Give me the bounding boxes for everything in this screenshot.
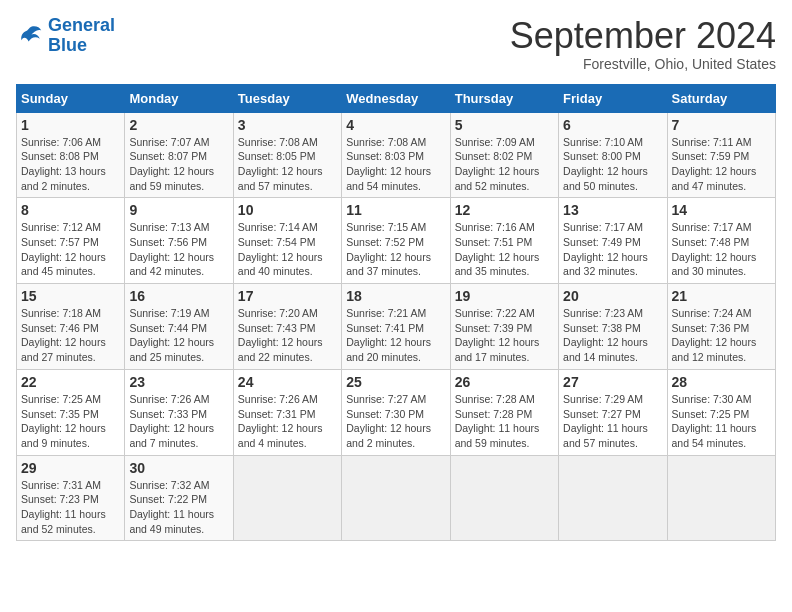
day-info: Sunrise: 7:08 AM Sunset: 8:03 PM Dayligh…: [346, 135, 445, 194]
day-number: 17: [238, 288, 337, 304]
calendar-week-row: 29Sunrise: 7:31 AM Sunset: 7:23 PM Dayli…: [17, 455, 776, 541]
day-info: Sunrise: 7:31 AM Sunset: 7:23 PM Dayligh…: [21, 478, 120, 537]
calendar-cell: 11Sunrise: 7:15 AM Sunset: 7:52 PM Dayli…: [342, 198, 450, 284]
calendar-cell: [667, 455, 775, 541]
day-info: Sunrise: 7:21 AM Sunset: 7:41 PM Dayligh…: [346, 306, 445, 365]
calendar-cell: 1Sunrise: 7:06 AM Sunset: 8:08 PM Daylig…: [17, 112, 125, 198]
calendar-week-row: 1Sunrise: 7:06 AM Sunset: 8:08 PM Daylig…: [17, 112, 776, 198]
calendar-week-row: 8Sunrise: 7:12 AM Sunset: 7:57 PM Daylig…: [17, 198, 776, 284]
day-number: 14: [672, 202, 771, 218]
calendar-cell: 16Sunrise: 7:19 AM Sunset: 7:44 PM Dayli…: [125, 284, 233, 370]
day-number: 12: [455, 202, 554, 218]
logo-line2: Blue: [48, 35, 87, 55]
day-number: 16: [129, 288, 228, 304]
calendar-cell: 8Sunrise: 7:12 AM Sunset: 7:57 PM Daylig…: [17, 198, 125, 284]
calendar-cell: 17Sunrise: 7:20 AM Sunset: 7:43 PM Dayli…: [233, 284, 341, 370]
day-info: Sunrise: 7:26 AM Sunset: 7:33 PM Dayligh…: [129, 392, 228, 451]
calendar-cell: 26Sunrise: 7:28 AM Sunset: 7:28 PM Dayli…: [450, 369, 558, 455]
day-header-tuesday: Tuesday: [233, 84, 341, 112]
day-info: Sunrise: 7:28 AM Sunset: 7:28 PM Dayligh…: [455, 392, 554, 451]
day-number: 2: [129, 117, 228, 133]
day-info: Sunrise: 7:24 AM Sunset: 7:36 PM Dayligh…: [672, 306, 771, 365]
day-info: Sunrise: 7:26 AM Sunset: 7:31 PM Dayligh…: [238, 392, 337, 451]
calendar-cell: 14Sunrise: 7:17 AM Sunset: 7:48 PM Dayli…: [667, 198, 775, 284]
day-info: Sunrise: 7:13 AM Sunset: 7:56 PM Dayligh…: [129, 220, 228, 279]
day-number: 30: [129, 460, 228, 476]
calendar-cell: [342, 455, 450, 541]
title-block: September 2024 Forestville, Ohio, United…: [510, 16, 776, 72]
day-info: Sunrise: 7:12 AM Sunset: 7:57 PM Dayligh…: [21, 220, 120, 279]
day-number: 15: [21, 288, 120, 304]
day-header-saturday: Saturday: [667, 84, 775, 112]
day-info: Sunrise: 7:07 AM Sunset: 8:07 PM Dayligh…: [129, 135, 228, 194]
day-info: Sunrise: 7:20 AM Sunset: 7:43 PM Dayligh…: [238, 306, 337, 365]
calendar-cell: 5Sunrise: 7:09 AM Sunset: 8:02 PM Daylig…: [450, 112, 558, 198]
day-info: Sunrise: 7:17 AM Sunset: 7:49 PM Dayligh…: [563, 220, 662, 279]
day-number: 29: [21, 460, 120, 476]
day-number: 13: [563, 202, 662, 218]
calendar-cell: 25Sunrise: 7:27 AM Sunset: 7:30 PM Dayli…: [342, 369, 450, 455]
day-info: Sunrise: 7:32 AM Sunset: 7:22 PM Dayligh…: [129, 478, 228, 537]
day-number: 20: [563, 288, 662, 304]
calendar-cell: [450, 455, 558, 541]
page-header: General Blue September 2024 Forestville,…: [16, 16, 776, 72]
day-number: 28: [672, 374, 771, 390]
day-info: Sunrise: 7:14 AM Sunset: 7:54 PM Dayligh…: [238, 220, 337, 279]
day-number: 4: [346, 117, 445, 133]
day-number: 3: [238, 117, 337, 133]
calendar-subtitle: Forestville, Ohio, United States: [510, 56, 776, 72]
logo-bird-icon: [16, 22, 44, 50]
calendar-cell: 23Sunrise: 7:26 AM Sunset: 7:33 PM Dayli…: [125, 369, 233, 455]
calendar-cell: 6Sunrise: 7:10 AM Sunset: 8:00 PM Daylig…: [559, 112, 667, 198]
day-info: Sunrise: 7:25 AM Sunset: 7:35 PM Dayligh…: [21, 392, 120, 451]
calendar-cell: 27Sunrise: 7:29 AM Sunset: 7:27 PM Dayli…: [559, 369, 667, 455]
day-number: 9: [129, 202, 228, 218]
day-info: Sunrise: 7:09 AM Sunset: 8:02 PM Dayligh…: [455, 135, 554, 194]
calendar-cell: 22Sunrise: 7:25 AM Sunset: 7:35 PM Dayli…: [17, 369, 125, 455]
calendar-cell: 28Sunrise: 7:30 AM Sunset: 7:25 PM Dayli…: [667, 369, 775, 455]
day-header-thursday: Thursday: [450, 84, 558, 112]
day-number: 24: [238, 374, 337, 390]
day-info: Sunrise: 7:23 AM Sunset: 7:38 PM Dayligh…: [563, 306, 662, 365]
day-info: Sunrise: 7:17 AM Sunset: 7:48 PM Dayligh…: [672, 220, 771, 279]
logo: General Blue: [16, 16, 115, 56]
calendar-cell: 9Sunrise: 7:13 AM Sunset: 7:56 PM Daylig…: [125, 198, 233, 284]
day-number: 27: [563, 374, 662, 390]
day-number: 6: [563, 117, 662, 133]
day-number: 25: [346, 374, 445, 390]
day-number: 18: [346, 288, 445, 304]
day-number: 1: [21, 117, 120, 133]
day-header-wednesday: Wednesday: [342, 84, 450, 112]
day-number: 23: [129, 374, 228, 390]
day-info: Sunrise: 7:08 AM Sunset: 8:05 PM Dayligh…: [238, 135, 337, 194]
logo-line1: General: [48, 15, 115, 35]
day-number: 7: [672, 117, 771, 133]
calendar-table: SundayMondayTuesdayWednesdayThursdayFrid…: [16, 84, 776, 542]
day-info: Sunrise: 7:22 AM Sunset: 7:39 PM Dayligh…: [455, 306, 554, 365]
day-info: Sunrise: 7:19 AM Sunset: 7:44 PM Dayligh…: [129, 306, 228, 365]
calendar-cell: [233, 455, 341, 541]
day-info: Sunrise: 7:15 AM Sunset: 7:52 PM Dayligh…: [346, 220, 445, 279]
calendar-title: September 2024: [510, 16, 776, 56]
calendar-cell: 21Sunrise: 7:24 AM Sunset: 7:36 PM Dayli…: [667, 284, 775, 370]
day-info: Sunrise: 7:18 AM Sunset: 7:46 PM Dayligh…: [21, 306, 120, 365]
calendar-cell: 4Sunrise: 7:08 AM Sunset: 8:03 PM Daylig…: [342, 112, 450, 198]
calendar-week-row: 15Sunrise: 7:18 AM Sunset: 7:46 PM Dayli…: [17, 284, 776, 370]
calendar-cell: 10Sunrise: 7:14 AM Sunset: 7:54 PM Dayli…: [233, 198, 341, 284]
calendar-cell: [559, 455, 667, 541]
calendar-cell: 19Sunrise: 7:22 AM Sunset: 7:39 PM Dayli…: [450, 284, 558, 370]
day-info: Sunrise: 7:29 AM Sunset: 7:27 PM Dayligh…: [563, 392, 662, 451]
day-info: Sunrise: 7:06 AM Sunset: 8:08 PM Dayligh…: [21, 135, 120, 194]
calendar-cell: 20Sunrise: 7:23 AM Sunset: 7:38 PM Dayli…: [559, 284, 667, 370]
day-number: 11: [346, 202, 445, 218]
day-header-sunday: Sunday: [17, 84, 125, 112]
day-number: 21: [672, 288, 771, 304]
day-info: Sunrise: 7:27 AM Sunset: 7:30 PM Dayligh…: [346, 392, 445, 451]
day-header-monday: Monday: [125, 84, 233, 112]
calendar-header-row: SundayMondayTuesdayWednesdayThursdayFrid…: [17, 84, 776, 112]
calendar-cell: 30Sunrise: 7:32 AM Sunset: 7:22 PM Dayli…: [125, 455, 233, 541]
day-number: 8: [21, 202, 120, 218]
calendar-cell: 24Sunrise: 7:26 AM Sunset: 7:31 PM Dayli…: [233, 369, 341, 455]
logo-text: General Blue: [48, 16, 115, 56]
day-number: 5: [455, 117, 554, 133]
